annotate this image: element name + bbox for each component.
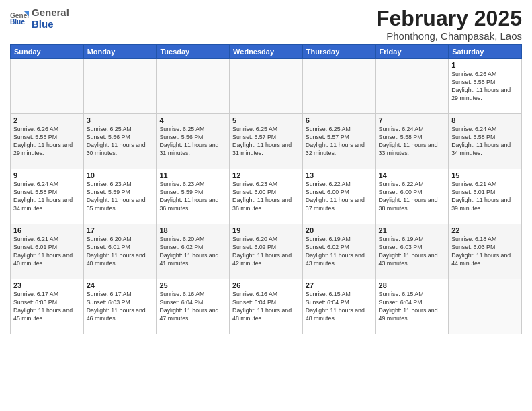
calendar-header-row: SundayMondayTuesdayWednesdayThursdayFrid… (11, 45, 522, 59)
calendar-cell: 17Sunrise: 6:20 AMSunset: 6:01 PMDayligh… (83, 224, 157, 279)
calendar-week-3: 9Sunrise: 6:24 AMSunset: 5:58 PMDaylight… (11, 169, 522, 224)
day-info: Sunrise: 6:15 AMSunset: 6:04 PMDaylight:… (379, 291, 446, 323)
calendar-week-1: 1Sunrise: 6:26 AMSunset: 5:55 PMDaylight… (11, 59, 522, 114)
calendar-cell: 27Sunrise: 6:15 AMSunset: 6:04 PMDayligh… (302, 279, 375, 334)
day-info: Sunrise: 6:17 AMSunset: 6:03 PMDaylight:… (13, 291, 81, 323)
calendar-cell: 8Sunrise: 6:24 AMSunset: 5:58 PMDaylight… (449, 114, 522, 169)
calendar-week-2: 2Sunrise: 6:26 AMSunset: 5:55 PMDaylight… (11, 114, 522, 169)
calendar-cell: 18Sunrise: 6:20 AMSunset: 6:02 PMDayligh… (157, 224, 230, 279)
day-number: 10 (87, 171, 154, 179)
day-info: Sunrise: 6:17 AMSunset: 6:03 PMDaylight:… (87, 291, 154, 323)
calendar-header-wednesday: Wednesday (230, 45, 303, 59)
calendar-header-monday: Monday (83, 45, 157, 59)
day-number: 1 (451, 61, 519, 69)
day-info: Sunrise: 6:22 AMSunset: 6:00 PMDaylight:… (306, 181, 373, 213)
calendar-cell: 12Sunrise: 6:23 AMSunset: 6:00 PMDayligh… (230, 169, 303, 224)
day-number: 5 (232, 116, 300, 124)
day-number: 22 (451, 226, 519, 234)
day-number: 6 (306, 116, 373, 124)
day-number: 18 (159, 226, 226, 234)
calendar-cell: 19Sunrise: 6:20 AMSunset: 6:02 PMDayligh… (230, 224, 303, 279)
day-number: 14 (379, 171, 446, 179)
calendar-cell: 9Sunrise: 6:24 AMSunset: 5:58 PMDaylight… (11, 169, 84, 224)
day-number: 15 (451, 171, 519, 179)
calendar-cell (375, 59, 449, 114)
calendar-header-sunday: Sunday (11, 45, 84, 59)
day-info: Sunrise: 6:20 AMSunset: 6:01 PMDaylight:… (87, 236, 154, 268)
day-number: 21 (379, 226, 446, 234)
day-info: Sunrise: 6:25 AMSunset: 5:56 PMDaylight:… (159, 126, 226, 158)
day-info: Sunrise: 6:21 AMSunset: 6:01 PMDaylight:… (13, 236, 81, 268)
svg-text:Blue: Blue (10, 18, 25, 26)
day-info: Sunrise: 6:23 AMSunset: 5:59 PMDaylight:… (159, 181, 226, 213)
month-title: February 2025 (376, 7, 522, 30)
calendar-week-5: 23Sunrise: 6:17 AMSunset: 6:03 PMDayligh… (11, 279, 522, 334)
day-info: Sunrise: 6:24 AMSunset: 5:58 PMDaylight:… (13, 181, 81, 213)
calendar-cell: 14Sunrise: 6:22 AMSunset: 6:00 PMDayligh… (375, 169, 449, 224)
day-info: Sunrise: 6:19 AMSunset: 6:02 PMDaylight:… (306, 236, 373, 268)
day-number: 28 (379, 281, 446, 289)
day-number: 27 (306, 281, 373, 289)
day-number: 9 (13, 171, 81, 179)
calendar-cell (302, 59, 375, 114)
day-number: 24 (87, 281, 154, 289)
calendar-week-4: 16Sunrise: 6:21 AMSunset: 6:01 PMDayligh… (11, 224, 522, 279)
title-block: February 2025 Phonthong, Champasak, Laos (376, 7, 522, 42)
day-info: Sunrise: 6:20 AMSunset: 6:02 PMDaylight:… (232, 236, 300, 268)
calendar-cell: 28Sunrise: 6:15 AMSunset: 6:04 PMDayligh… (375, 279, 449, 334)
logo-text-block: General Blue (32, 7, 69, 30)
logo-icon: General Blue (10, 9, 29, 28)
day-number: 7 (379, 116, 446, 124)
day-info: Sunrise: 6:26 AMSunset: 5:55 PMDaylight:… (13, 126, 81, 158)
day-number: 13 (306, 171, 373, 179)
calendar-cell: 3Sunrise: 6:25 AMSunset: 5:56 PMDaylight… (83, 114, 157, 169)
day-info: Sunrise: 6:15 AMSunset: 6:04 PMDaylight:… (306, 291, 373, 323)
calendar-cell: 22Sunrise: 6:18 AMSunset: 6:03 PMDayligh… (449, 224, 522, 279)
calendar-cell: 24Sunrise: 6:17 AMSunset: 6:03 PMDayligh… (83, 279, 157, 334)
calendar-cell: 21Sunrise: 6:19 AMSunset: 6:03 PMDayligh… (375, 224, 449, 279)
day-info: Sunrise: 6:21 AMSunset: 6:01 PMDaylight:… (451, 181, 519, 213)
day-number: 16 (13, 226, 81, 234)
day-info: Sunrise: 6:23 AMSunset: 6:00 PMDaylight:… (232, 181, 300, 213)
calendar-cell: 26Sunrise: 6:16 AMSunset: 6:04 PMDayligh… (230, 279, 303, 334)
calendar-cell (230, 59, 303, 114)
calendar-cell: 20Sunrise: 6:19 AMSunset: 6:02 PMDayligh… (302, 224, 375, 279)
day-info: Sunrise: 6:25 AMSunset: 5:56 PMDaylight:… (87, 126, 154, 158)
calendar-cell: 16Sunrise: 6:21 AMSunset: 6:01 PMDayligh… (11, 224, 84, 279)
calendar-cell: 11Sunrise: 6:23 AMSunset: 5:59 PMDayligh… (157, 169, 230, 224)
day-info: Sunrise: 6:20 AMSunset: 6:02 PMDaylight:… (159, 236, 226, 268)
day-number: 3 (87, 116, 154, 124)
day-info: Sunrise: 6:16 AMSunset: 6:04 PMDaylight:… (232, 291, 300, 323)
logo: General Blue General Blue (10, 7, 69, 30)
calendar-header-tuesday: Tuesday (157, 45, 230, 59)
day-info: Sunrise: 6:26 AMSunset: 5:55 PMDaylight:… (451, 71, 519, 103)
day-number: 17 (87, 226, 154, 234)
day-number: 25 (159, 281, 226, 289)
day-info: Sunrise: 6:22 AMSunset: 6:00 PMDaylight:… (379, 181, 446, 213)
day-number: 12 (232, 171, 300, 179)
calendar-table: SundayMondayTuesdayWednesdayThursdayFrid… (10, 44, 522, 334)
calendar-cell: 1Sunrise: 6:26 AMSunset: 5:55 PMDaylight… (449, 59, 522, 114)
calendar-cell (157, 59, 230, 114)
header: General Blue General Blue February 2025 … (10, 7, 522, 42)
calendar-header-saturday: Saturday (449, 45, 522, 59)
calendar-cell (11, 59, 84, 114)
calendar-cell: 4Sunrise: 6:25 AMSunset: 5:56 PMDaylight… (157, 114, 230, 169)
calendar-cell: 2Sunrise: 6:26 AMSunset: 5:55 PMDaylight… (11, 114, 84, 169)
calendar-cell: 15Sunrise: 6:21 AMSunset: 6:01 PMDayligh… (449, 169, 522, 224)
calendar-header-friday: Friday (375, 45, 449, 59)
calendar-cell (449, 279, 522, 334)
day-info: Sunrise: 6:18 AMSunset: 6:03 PMDaylight:… (451, 236, 519, 268)
day-number: 8 (451, 116, 519, 124)
logo-blue: Blue (32, 18, 54, 30)
calendar-cell: 13Sunrise: 6:22 AMSunset: 6:00 PMDayligh… (302, 169, 375, 224)
day-number: 23 (13, 281, 81, 289)
day-info: Sunrise: 6:16 AMSunset: 6:04 PMDaylight:… (159, 291, 226, 323)
day-info: Sunrise: 6:24 AMSunset: 5:58 PMDaylight:… (379, 126, 446, 158)
calendar-cell: 6Sunrise: 6:25 AMSunset: 5:57 PMDaylight… (302, 114, 375, 169)
location-title: Phonthong, Champasak, Laos (376, 30, 522, 42)
calendar-cell (83, 59, 157, 114)
day-number: 11 (159, 171, 226, 179)
logo-general: General (32, 7, 69, 18)
day-number: 20 (306, 226, 373, 234)
